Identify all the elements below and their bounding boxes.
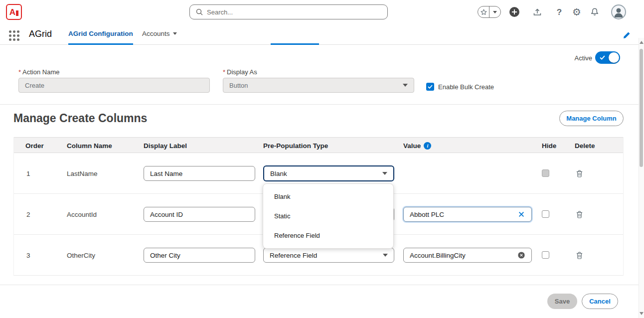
tab-label: AGrid Configuration [68,30,133,37]
value-input[interactable]: Abbott PLC [403,207,532,222]
app-logo-letter: A [9,8,15,16]
scrollbar-up-arrow[interactable] [640,41,644,44]
menu-option-static[interactable]: Static [263,206,393,226]
delete-row-button[interactable] [575,210,583,218]
global-actions-button[interactable] [508,6,520,18]
enable-bulk-create-label: Enable Bulk Create [438,83,494,91]
hidden-subtab-underline [271,43,319,45]
header-delete: Delete [575,138,595,154]
manage-column-button[interactable]: Manage Column [559,111,624,126]
chevron-down-icon [173,32,177,35]
pre-population-type-select[interactable]: Reference Field [263,248,394,263]
display-label-input[interactable]: Last Name [144,166,255,181]
clear-value-button[interactable] [517,210,525,218]
hide-checkbox[interactable] [542,169,549,177]
save-button[interactable]: Save [547,294,577,309]
value-input[interactable]: Account.BillingCity [403,248,532,263]
chevron-down-icon [493,11,497,13]
question-mark-icon: ? [557,8,562,16]
header-order: Order [25,138,44,154]
favorites-list-button[interactable] [489,6,500,17]
upload-button[interactable] [531,6,543,18]
enable-bulk-create-checkbox[interactable] [426,83,434,91]
display-as-label: *Display As [223,68,257,76]
user-avatar[interactable] [611,4,626,19]
header-value: Value i [403,138,431,154]
setup-button[interactable]: ⚙ [571,6,583,18]
help-button[interactable]: ? [553,6,565,18]
required-asterisk: * [223,68,225,76]
pre-population-type-menu: Blank Static Reference Field [263,183,394,249]
row-order: 3 [26,235,30,276]
active-label: Active [557,54,592,62]
chevron-down-icon [382,172,387,175]
chevron-down-icon [383,254,388,257]
app-launcher-button[interactable] [9,30,19,41]
app-window: A ? [0,0,644,318]
action-name-input: Create [18,78,210,93]
display-label-input[interactable]: Other City [144,248,255,263]
chevron-down-icon [403,84,408,87]
section-title: Manage Create Columns [13,112,147,125]
app-name: AGrid [29,29,52,39]
display-as-value: Button [229,82,248,89]
global-search[interactable] [189,4,388,19]
star-icon[interactable] [478,6,489,17]
search-input[interactable] [207,8,381,16]
edit-page-button[interactable] [623,31,631,39]
header-display-label: Display Label [144,138,187,154]
header-hide: Hide [542,138,556,154]
upload-icon [532,7,542,17]
global-header: A ? [0,0,644,24]
section-divider [0,104,644,105]
action-name-value: Create [25,82,44,89]
required-asterisk: * [18,68,21,76]
menu-option-blank[interactable]: Blank [263,187,393,206]
footer-divider [0,285,644,285]
header-pre-population-type: Pre-Population Type [263,138,328,154]
action-name-label: *Action Name [18,68,59,76]
hide-checkbox[interactable] [542,251,549,259]
plus-icon [509,6,520,17]
delete-row-button[interactable] [575,169,583,177]
hide-checkbox[interactable] [542,210,549,218]
active-toggle[interactable] [595,51,620,64]
pre-population-type-select[interactable]: Blank [263,165,394,181]
row-column-name: AccountId [67,194,97,235]
tab-agrid-configuration[interactable]: AGrid Configuration [68,24,133,45]
search-icon [196,8,203,15]
app-logo[interactable]: A [6,4,22,20]
display-label-input[interactable]: Account ID [144,207,255,222]
menu-option-reference-field[interactable]: Reference Field [263,226,393,245]
bell-icon [590,7,599,16]
row-column-name: LastName [67,153,98,194]
display-as-select: Button [223,78,414,93]
row-column-name: OtherCity [67,235,95,276]
scrollbar-down-arrow[interactable] [640,312,644,315]
gear-icon: ⚙ [572,7,581,17]
row-order: 1 [26,153,30,194]
clear-value-circle-button[interactable] [517,251,525,259]
tab-label: Accounts [142,30,170,37]
table-header-row: Order Column Name Display Label Pre-Popu… [14,137,623,153]
notifications-button[interactable] [589,6,601,18]
info-icon[interactable]: i [424,142,431,150]
favorites-button[interactable] [478,6,501,18]
row-order: 2 [26,194,30,235]
tab-accounts[interactable]: Accounts [142,24,177,45]
delete-row-button[interactable] [575,251,583,259]
toggle-knob [609,52,619,63]
app-logo-block [16,10,18,16]
scrollbar-thumb[interactable] [640,49,643,167]
header-column-name: Column Name [67,138,112,154]
cancel-button[interactable]: Cancel [582,294,618,309]
check-icon [600,55,605,60]
